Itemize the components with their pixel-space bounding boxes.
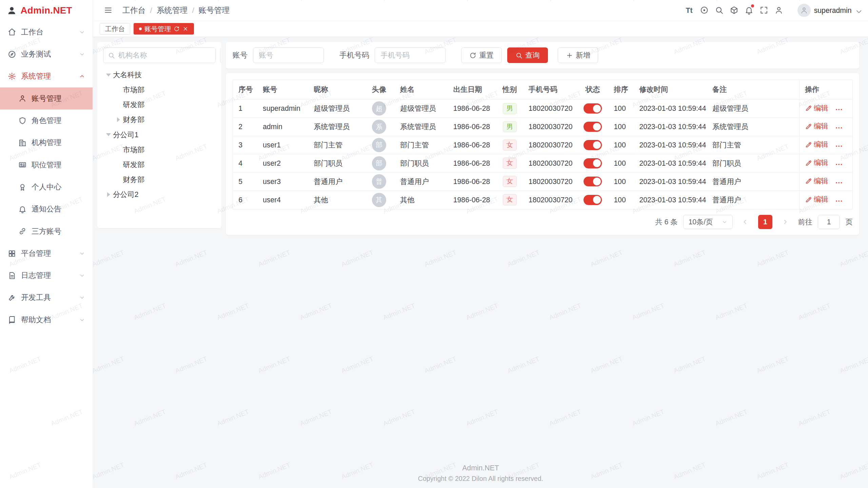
account-input[interactable] [253,47,324,63]
more-actions-button[interactable] [835,105,843,114]
edit-button[interactable]: 编辑 [805,121,828,131]
breadcrumb-item-workbench[interactable]: 工作台 [122,5,146,16]
cell-avatar: 部 [363,136,394,154]
org-tree-toolbar [103,47,216,63]
edit-button[interactable]: 编辑 [805,140,828,149]
tree-node[interactable]: 分公司2 [103,187,216,202]
sidebar-item-dev-tools[interactable]: 开发工具 [0,287,93,309]
org-search-input[interactable] [118,51,211,59]
tree-node[interactable]: 分公司1 [103,127,216,142]
cell-name: 系统管理员 [395,118,448,136]
caret-down-icon[interactable] [104,74,113,77]
status-toggle[interactable] [584,103,602,113]
cell-name: 部门主管 [395,136,448,154]
more-actions-button[interactable] [835,179,843,187]
sidebar-item-third-party-account[interactable]: 三方账号 [0,220,93,242]
add-button[interactable]: 新增 [558,47,598,63]
cell-remark: 普通用户 [707,172,799,191]
phone-input[interactable] [375,47,446,63]
edit-label: 编辑 [814,140,828,149]
cell-operation: 编辑 [799,118,852,136]
gender-tag: 女 [503,158,517,169]
tree-node[interactable]: 研发部 [103,97,216,112]
tree-node[interactable]: 研发部 [103,157,216,172]
user-menu[interactable]: superadmin [797,4,861,17]
caret-right-icon[interactable] [114,117,123,122]
cell-sort: 100 [608,172,634,191]
tree-node[interactable]: 大名科技 [103,67,216,82]
fullscreen-icon[interactable] [756,0,771,21]
notification-icon[interactable] [742,0,756,21]
menu-toggle-icon[interactable] [101,0,116,21]
idcard-icon [18,161,26,169]
sidebar-item-workbench[interactable]: 工作台 [0,21,93,43]
sidebar-item-role-management[interactable]: 角色管理 [0,109,93,131]
edit-button[interactable]: 编辑 [805,176,828,186]
brand[interactable]: Admin.NET [0,0,93,21]
next-page-button[interactable] [778,215,792,229]
cell-modified-time: 2023-01-03 10:59:44 [634,172,707,191]
cell-gender: 女 [496,172,523,191]
sidebar-item-help-docs[interactable]: 帮助文档 [0,309,93,331]
edit-button[interactable]: 编辑 [805,103,828,113]
more-actions-button[interactable] [835,160,843,168]
goto-page-input[interactable] [818,215,840,229]
tab-account-management[interactable]: 账号管理 [134,23,194,35]
tree-node[interactable]: 市场部 [103,82,216,97]
status-toggle[interactable] [584,140,602,150]
edit-button[interactable]: 编辑 [805,195,828,204]
tab-refresh-icon[interactable] [174,26,180,32]
sidebar-item-label: 帮助文档 [21,315,51,325]
more-actions-button[interactable] [835,142,843,150]
page-size-select[interactable]: 10条/页 [683,215,733,229]
sidebar-item-org-management[interactable]: 机构管理 [0,132,93,154]
sidebar-item-notice[interactable]: 通知公告 [0,198,93,220]
sidebar-item-personal-center[interactable]: 个人中心 [0,176,93,198]
caret-right-icon[interactable] [104,192,113,197]
edit-icon [805,104,812,111]
cell-remark: 普通用户 [707,191,799,209]
tab-close-icon[interactable] [182,26,189,32]
text-size-icon[interactable]: Tt [682,0,696,21]
status-toggle[interactable] [584,158,602,168]
org-search-box[interactable] [103,47,216,63]
column-phone: 手机号码 [523,80,577,99]
tree-node[interactable]: 财务部 [103,112,216,127]
more-actions-button[interactable] [835,197,843,205]
more-actions-button[interactable] [835,124,843,132]
sidebar-item-account-management[interactable]: 账号管理 [0,87,93,109]
add-label: 新增 [576,50,590,60]
profile-icon[interactable] [771,0,786,21]
tree-node[interactable]: 财务部 [103,172,216,187]
org-more-button[interactable] [220,47,221,63]
status-toggle[interactable] [584,122,602,131]
tree-node-label: 财务部 [123,115,145,124]
page-button-1[interactable]: 1 [758,215,772,229]
avatar[interactable] [797,4,811,17]
cell-nickname: 其他 [308,191,363,209]
component-box-icon[interactable] [727,0,742,21]
sidebar-item-label: 角色管理 [32,116,61,126]
tree-node-label: 市场部 [123,145,145,155]
phone-label: 手机号码 [339,50,369,60]
sidebar-item-system-management[interactable]: 系统管理 [0,65,93,87]
status-toggle[interactable] [584,195,602,205]
tab-label: 工作台 [105,24,125,34]
status-toggle[interactable] [584,177,602,186]
edit-button[interactable]: 编辑 [805,158,828,167]
chevRight-icon [782,219,789,225]
theme-icon[interactable] [697,0,712,21]
tree-node[interactable]: 市场部 [103,142,216,157]
search-icon [515,52,522,59]
tab-workbench[interactable]: 工作台 [100,23,130,35]
sidebar-item-position-management[interactable]: 职位管理 [0,154,93,176]
sidebar-item-platform-management[interactable]: 平台管理 [0,242,93,264]
prev-page-button[interactable] [738,215,752,229]
search-button[interactable]: 查询 [507,47,548,63]
reset-button[interactable]: 重置 [461,47,502,63]
sidebar-item-business-test[interactable]: 业务测试 [0,43,93,65]
search-icon[interactable] [712,0,727,21]
caret-down-icon[interactable] [104,133,113,136]
sidebar-item-log-management[interactable]: 日志管理 [0,264,93,286]
breadcrumb-item-system-management[interactable]: 系统管理 [157,5,188,16]
